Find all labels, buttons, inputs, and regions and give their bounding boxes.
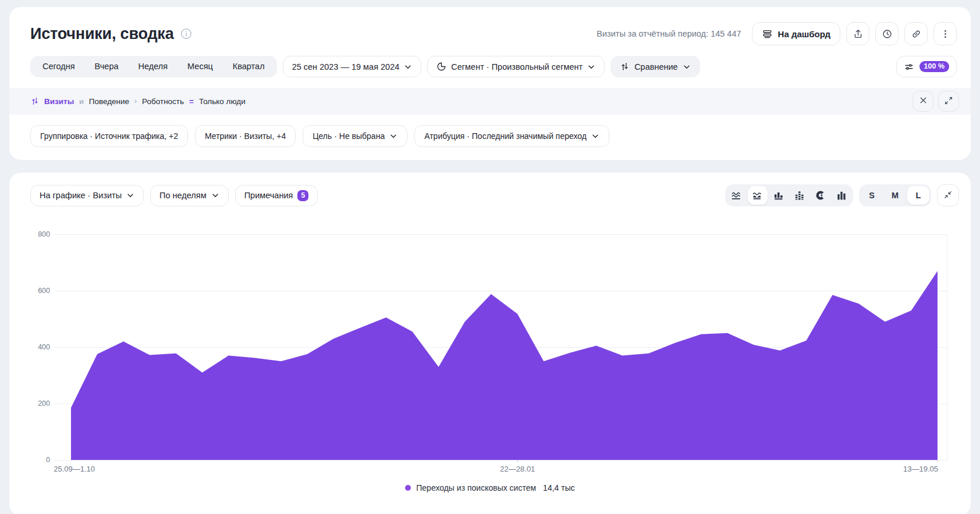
compare-value: Сравнение [634, 62, 678, 72]
area-series-svg [71, 234, 938, 460]
goal-chip-label: Цель · Не выбрана [313, 131, 385, 141]
notes-count-badge: 5 [297, 190, 308, 201]
date-range-value: 25 сен 2023 — 19 мая 2024 [292, 62, 400, 72]
dashboard-button-label: На дашборд [778, 29, 830, 39]
chevron-down-icon [126, 191, 134, 199]
on-chart-value: На графике · Визиты [40, 191, 122, 200]
chevron-down-icon [211, 191, 219, 199]
summary-card: Источники, сводка Визиты за отчётный пер… [9, 7, 971, 160]
chart-type-group [725, 184, 853, 206]
segment-select[interactable]: Сегмент · Произвольный сегмент [427, 56, 605, 77]
filter-operator: = [189, 97, 194, 106]
attribution-chip-label: Атрибуция · Последний значимый переход [424, 131, 587, 141]
history-button[interactable] [875, 22, 899, 45]
tab-today[interactable]: Сегодня [33, 56, 85, 77]
chevron-down-icon [389, 132, 397, 140]
sliders-icon [904, 62, 914, 72]
grouping-chip[interactable]: Группировка · Источник трафика, +2 [30, 125, 188, 147]
y-axis-tick: 400 [28, 343, 50, 351]
chart-plot-area[interactable]: 800 600 400 200 0 [55, 234, 947, 460]
size-option-m[interactable]: M [884, 186, 906, 205]
filter-subdimension[interactable]: Роботность [142, 97, 184, 106]
granularity-value: По неделям [159, 191, 207, 200]
x-axis-label-middle: 22—28.01 [500, 465, 535, 473]
segment-filter-band: Визиты и Поведение › Роботность = Только… [9, 88, 971, 115]
chart-collapse-button[interactable] [937, 184, 959, 206]
x-axis: 25.09—1.10 22—28.01 13—19.05 [71, 460, 938, 475]
y-axis-tick: 0 [28, 456, 50, 464]
filter-metric-label: Визиты [44, 97, 74, 106]
share-icon [853, 28, 864, 40]
expand-icon [944, 96, 953, 107]
copy-link-button[interactable] [904, 22, 928, 45]
legend-series-value: 14,4 тыс [543, 483, 575, 492]
filter-close-button[interactable] [912, 91, 933, 112]
tab-yesterday[interactable]: Вчера [85, 56, 129, 77]
share-button[interactable] [846, 22, 869, 45]
chart-legend: Переходы из поисковых систем 14,4 тыс [9, 483, 971, 492]
header-row: Источники, сводка Визиты за отчётный пер… [9, 7, 971, 45]
goal-chip[interactable]: Цель · Не выбрана [303, 125, 407, 147]
chevron-down-icon [683, 63, 691, 71]
tab-month[interactable]: Месяц [177, 56, 223, 77]
chart-stacked-icon[interactable] [790, 186, 809, 205]
chart-area-icon[interactable] [748, 186, 768, 205]
area-chart: 800 600 400 200 0 25.09—1.10 22—28.01 13… [55, 234, 947, 475]
chart-columns-icon[interactable] [832, 186, 851, 205]
x-axis-tick [517, 460, 518, 462]
period-row: Сегодня Вчера Неделя Месяц Квартал 25 се… [9, 45, 971, 77]
tab-week[interactable]: Неделя [129, 56, 178, 77]
chart-controls-row: На графике · Визиты По неделям Примечани… [9, 184, 971, 206]
visits-period-summary: Визиты за отчётный период: 145 447 [596, 29, 741, 38]
chevron-down-icon [591, 132, 599, 140]
filter-metric[interactable]: Визиты [30, 97, 74, 106]
metric-icon [30, 97, 40, 106]
chart-line-icon[interactable] [727, 186, 747, 205]
granularity-select[interactable]: По неделям [150, 185, 229, 206]
more-menu-button[interactable] [933, 22, 957, 45]
x-axis-tick [938, 460, 938, 462]
chart-card: На графике · Визиты По неделям Примечани… [9, 173, 971, 514]
kebab-menu-icon [940, 28, 951, 40]
chart-size-group: S M L [859, 184, 931, 206]
legend-series-label[interactable]: Переходы из поисковых систем [416, 483, 536, 492]
compare-select[interactable]: Сравнение [610, 56, 700, 77]
chart-bars-icon[interactable] [769, 186, 789, 205]
info-icon[interactable] [180, 28, 192, 40]
link-icon [911, 28, 922, 40]
y-axis-tick: 200 [28, 399, 50, 408]
size-option-l[interactable]: L [907, 186, 929, 205]
page-title: Источники, сводка [30, 25, 173, 43]
filter-value[interactable]: Только люди [199, 97, 246, 106]
collapse-icon [943, 190, 953, 201]
segment-value: Сегмент · Произвольный сегмент [451, 62, 583, 72]
compare-icon [620, 62, 630, 72]
y-axis-tick: 600 [28, 287, 50, 295]
size-option-s[interactable]: S [861, 186, 883, 205]
notes-button[interactable]: Примечания 5 [235, 185, 318, 206]
filter-conjunction: и [79, 97, 84, 106]
tab-quarter[interactable]: Квартал [223, 56, 275, 77]
attribution-chip[interactable]: Атрибуция · Последний значимый переход [414, 125, 609, 147]
date-range-select[interactable]: 25 сен 2023 — 19 мая 2024 [283, 56, 422, 77]
sampling-button[interactable]: 100 % [896, 56, 957, 77]
period-tabs-group: Сегодня Вчера Неделя Месяц Квартал [30, 56, 277, 77]
breadcrumb-separator: › [134, 97, 137, 105]
metrics-chip-label: Метрики · Визиты, +4 [205, 131, 286, 141]
notes-label: Примечания [244, 191, 293, 200]
on-chart-select[interactable]: На графике · Визиты [30, 185, 144, 206]
dashboard-icon [762, 28, 773, 40]
metrics-chip[interactable]: Метрики · Визиты, +4 [195, 125, 296, 147]
dashboard-button[interactable]: На дашборд [752, 22, 840, 45]
chart-doughnut-icon[interactable] [811, 186, 830, 205]
chevron-down-icon [587, 63, 595, 71]
filter-expand-button[interactable] [938, 91, 959, 112]
settings-chips-row: Группировка · Источник трафика, +2 Метри… [9, 115, 971, 147]
close-icon [918, 95, 928, 107]
area-series [71, 271, 938, 460]
clock-icon [882, 28, 893, 40]
grouping-chip-label: Группировка · Источник трафика, +2 [40, 131, 178, 141]
filter-dimension[interactable]: Поведение [89, 97, 129, 106]
sampling-badge: 100 % [919, 61, 949, 72]
x-axis-label-end: 13—19.05 [903, 465, 938, 473]
